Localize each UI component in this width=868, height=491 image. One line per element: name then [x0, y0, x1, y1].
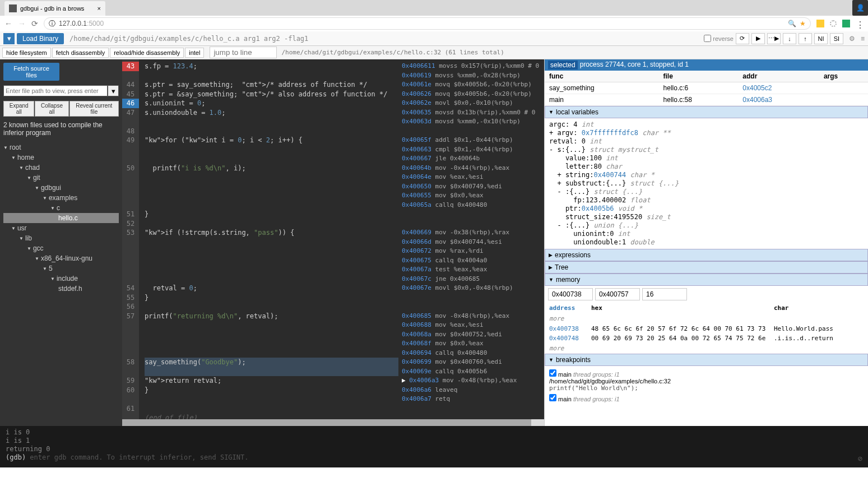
tree-file[interactable]: stddef.h [3, 284, 119, 294]
file-path-input[interactable] [3, 85, 108, 96]
breakpoints-header[interactable]: ▼breakpoints [545, 354, 868, 366]
known-files-label: 2 known files used to compile the inferi… [0, 118, 122, 140]
binary-path-input[interactable]: /home/chad/git/gdbgui/examples/c/hello_c… [66, 35, 702, 43]
tree-folder[interactable]: ▼ git [3, 173, 119, 183]
locals-content: argc: 4 int+ argv: 0x7fffffffdfc8 char *… [545, 118, 868, 249]
tab-close-icon[interactable]: × [98, 5, 101, 12]
stack-row[interactable]: say_somethinghello.c:60x4005c2 [545, 82, 868, 94]
forward-button[interactable]: → [18, 19, 26, 28]
menu-icon[interactable]: ⋮ [856, 20, 864, 27]
tree-folder[interactable]: ▼ chad [3, 163, 119, 173]
menu-bars-icon[interactable]: ≡ [861, 35, 865, 43]
bookmark-star-icon[interactable]: ★ [800, 20, 806, 27]
tree-folder[interactable]: ▼ lib [3, 233, 119, 243]
local-var[interactable]: fp:123.400002 float [549, 196, 864, 205]
local-var[interactable]: - :{...} union {...} [549, 221, 864, 230]
extension-icons: ⋮ [816, 20, 864, 27]
tree-folder[interactable]: ▼ root [3, 142, 119, 152]
memory-row[interactable]: 0x40073848 65 6c 6c 6f 20 57 6f 72 6c 64… [549, 324, 864, 333]
local-var[interactable]: value:100 int [549, 154, 864, 163]
gdb-console[interactable]: i is 0i is 1returning 0 (gdb) enter gdb … [0, 426, 868, 467]
step-out-button[interactable]: ↑ [799, 33, 812, 44]
reload-disassembly-button[interactable]: reload/hide disassembly [110, 48, 184, 58]
breakpoint-item[interactable]: main thread groups: i1/home/chad/git/gdb… [549, 368, 864, 393]
binary-dropdown[interactable]: ▾ [3, 33, 15, 44]
hide-filesystem-button[interactable]: hide filesystem [2, 48, 51, 58]
tree-folder[interactable]: ▼ 5 [3, 263, 119, 274]
memory-header[interactable]: ▼memory [545, 274, 868, 286]
stack-col-args: args [819, 71, 868, 82]
breakpoint-item[interactable]: main thread groups: i1 [549, 393, 864, 404]
info-icon[interactable]: ⓘ [49, 19, 55, 29]
file-info-label: /home/chad/git/gdbgui/examples/c/hello.c… [281, 49, 504, 56]
si-button[interactable]: SI [830, 33, 843, 44]
console-hint: enter gdb command. To interrupt inferior… [26, 453, 248, 461]
ext-icon-1[interactable] [816, 20, 824, 27]
code-editor[interactable]: 43444546474849505152535455565758596061 s… [122, 59, 544, 419]
tree-folder[interactable]: ▼ x86_64-linux-gnu [3, 253, 119, 263]
local-var[interactable]: uniondouble:1 double [549, 238, 864, 247]
memory-more-down[interactable]: more [549, 343, 864, 354]
ban-icon[interactable]: ⊘ [858, 454, 862, 463]
user-avatar-icon[interactable]: 👤 [852, 0, 868, 16]
tree-file[interactable]: hello.c [3, 213, 119, 223]
continue-button[interactable]: ▶ [751, 33, 765, 44]
tree-folder[interactable]: ▼ home [3, 152, 119, 163]
stack-row[interactable]: mainhello.c:580x4006a3 [545, 94, 868, 106]
tree-folder[interactable]: ▼ gcc [3, 243, 119, 253]
tab-bar: gdbgui - gdb in a brows × 👤 [0, 0, 868, 16]
ext-icon-2[interactable] [830, 20, 837, 27]
file-tree-sidebar: Fetch source files ▾ Expand all Collapse… [0, 59, 122, 426]
memory-input-1[interactable] [595, 288, 640, 300]
tree-folder[interactable]: ▼ examples [3, 193, 119, 203]
local-var[interactable]: letter:80 char [549, 163, 864, 171]
local-var[interactable]: + argv: 0x7fffffffdfc8 char ** [549, 129, 864, 137]
local-var[interactable]: - :{...} struct {...} [549, 188, 864, 196]
reload-button[interactable]: ⟳ [31, 19, 38, 28]
settings-gear-icon[interactable]: ⚙ [849, 35, 855, 43]
tree-folder[interactable]: ▼ include [3, 274, 119, 284]
browser-tab[interactable]: gdbgui - gdb in a brows × [4, 1, 105, 16]
memory-more-up[interactable]: more [549, 313, 864, 324]
console-line: i is 1 [6, 437, 862, 445]
local-var[interactable]: argc: 4 int [549, 121, 864, 129]
restart-button[interactable]: ⟳ [736, 33, 749, 44]
expressions-header[interactable]: ▶expressions [545, 249, 868, 261]
fetch-disassembly-button[interactable]: fetch disassembly [52, 48, 109, 58]
local-var[interactable]: retval: 0 int [549, 137, 864, 146]
intel-button[interactable]: intel [185, 48, 204, 58]
local-var[interactable]: ptr:0x4005b6 void * [549, 205, 864, 213]
local-var[interactable]: + string:0x400744 char * [549, 171, 864, 179]
collapse-all-button[interactable]: Collapse all [35, 101, 68, 117]
reverse-checkbox[interactable]: reverse [704, 35, 734, 42]
search-icon[interactable]: 🔍 [788, 20, 796, 27]
memory-input-0[interactable] [548, 288, 593, 300]
url-bar[interactable]: ⓘ 127.0.0.1:5000 🔍 ★ [44, 17, 811, 30]
ext-icon-3[interactable] [842, 20, 850, 27]
expand-all-button[interactable]: Expand all [3, 101, 34, 117]
locals-header[interactable]: ▼local variables [545, 106, 868, 118]
horizontal-scrollbar[interactable] [122, 419, 544, 426]
sub-toolbar: hide filesystem fetch disassembly reload… [0, 46, 868, 59]
local-var[interactable]: struct_size:4195520 size_t [549, 213, 864, 221]
line-gutter[interactable]: 43444546474849505152535455565758596061 [122, 59, 139, 419]
back-button[interactable]: ← [4, 19, 12, 28]
local-var[interactable]: - s:{...} struct mystruct_t [549, 146, 864, 154]
memory-input-2[interactable] [642, 288, 687, 300]
step-into-button[interactable]: ↓ [783, 33, 796, 44]
memory-row[interactable]: 0x40074800 69 20 69 73 20 25 64 0a 00 72… [549, 333, 864, 343]
tree-folder[interactable]: ▼ c [3, 203, 119, 213]
stack-table: funcfileaddrargs say_somethinghello.c:60… [545, 71, 868, 106]
ni-button[interactable]: NI [814, 33, 828, 44]
local-var[interactable]: unionint:0 int [549, 230, 864, 238]
local-var[interactable]: + substruct:{...} struct {...} [549, 179, 864, 188]
jump-to-line-input[interactable] [210, 47, 277, 58]
step-over-button[interactable]: ⋯▶ [767, 33, 781, 44]
tree-header[interactable]: ▶Tree [545, 261, 868, 274]
reveal-file-button[interactable]: Reveal current file [69, 101, 119, 117]
load-binary-button[interactable]: Load Binary [17, 33, 64, 44]
tree-folder[interactable]: ▼ usr [3, 223, 119, 233]
tree-folder[interactable]: ▼ gdbgui [3, 183, 119, 193]
fetch-source-button[interactable]: Fetch source files [3, 63, 59, 81]
file-path-dropdown[interactable]: ▾ [108, 85, 119, 96]
